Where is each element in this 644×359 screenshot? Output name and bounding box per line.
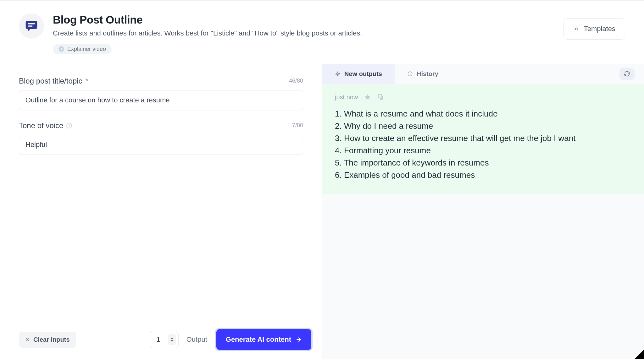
resize-corner xyxy=(635,350,644,359)
svg-rect-2 xyxy=(28,25,33,27)
output-timestamp: just now xyxy=(335,94,358,101)
tab-new-outputs-label: New outputs xyxy=(344,70,382,78)
page-header: Blog Post Outline Create lists and outli… xyxy=(0,1,644,64)
svg-rect-0 xyxy=(26,21,37,29)
templates-label: Templates xyxy=(584,25,615,33)
outline-item: 3. How to create an effective resume tha… xyxy=(335,132,631,144)
templates-button[interactable]: Templates xyxy=(564,18,625,40)
generate-button[interactable]: Generate AI content xyxy=(215,328,313,351)
title-field-label: Blog post title/topic * xyxy=(19,77,88,85)
chevron-double-left-icon xyxy=(573,26,580,32)
output-count-value: 1 xyxy=(156,335,160,344)
generate-label: Generate AI content xyxy=(226,335,291,344)
chevron-up-icon xyxy=(170,338,174,339)
arrow-right-icon xyxy=(296,336,302,343)
outline-item: 2. Why do I need a resume xyxy=(335,120,631,132)
chevron-down-icon xyxy=(170,340,174,342)
page-title: Blog Post Outline xyxy=(53,14,362,26)
outline-item: 4. Formatting your resume xyxy=(335,144,631,157)
refresh-icon xyxy=(624,71,630,77)
svg-marker-6 xyxy=(336,72,340,76)
clear-label: Clear inputs xyxy=(33,336,70,343)
output-tabs: New outputs History xyxy=(322,64,644,84)
outline-item: 5. The importance of keywords in resumes xyxy=(335,157,631,169)
clear-inputs-button[interactable]: Clear inputs xyxy=(19,332,76,348)
stepper-control[interactable] xyxy=(168,334,176,345)
refresh-button[interactable] xyxy=(619,68,635,80)
title-char-counter: 46/80 xyxy=(289,78,303,84)
copy-button[interactable] xyxy=(377,94,384,101)
output-count-stepper[interactable]: 1 xyxy=(150,331,178,348)
input-panel: Blog post title/topic * 46/80 Tone of vo… xyxy=(0,64,322,359)
explainer-label: Explainer video xyxy=(67,46,106,52)
title-input[interactable] xyxy=(19,90,303,110)
outline-item: 6. Examples of good and bad resumes xyxy=(335,169,631,181)
info-icon[interactable]: i xyxy=(66,123,72,128)
outline-list: 1. What is a resume and what does it inc… xyxy=(335,108,631,181)
output-card: just now 1. What is a resume an xyxy=(322,84,644,194)
required-indicator: * xyxy=(85,77,88,85)
explainer-video-button[interactable]: Explainer video xyxy=(53,44,112,54)
form-footer: Clear inputs 1 Output Generate AI conten… xyxy=(0,320,322,359)
tab-history[interactable]: History xyxy=(395,64,451,84)
star-icon xyxy=(364,94,371,101)
page-subtitle: Create lists and outlines for articles. … xyxy=(53,29,362,38)
tab-new-outputs[interactable]: New outputs xyxy=(322,64,395,84)
favorite-button[interactable] xyxy=(364,94,371,101)
copy-icon xyxy=(377,94,384,101)
output-label: Output xyxy=(186,335,207,344)
tone-field-label: Tone of voice i xyxy=(19,121,72,130)
tab-history-label: History xyxy=(417,70,438,78)
template-icon xyxy=(19,14,44,39)
clock-icon xyxy=(407,71,413,77)
close-icon xyxy=(25,337,30,342)
output-panel: New outputs History xyxy=(322,64,644,359)
svg-rect-1 xyxy=(28,23,35,24)
tone-input[interactable] xyxy=(19,135,303,155)
svg-marker-8 xyxy=(365,94,370,100)
svg-rect-10 xyxy=(379,95,382,98)
play-icon xyxy=(58,46,64,52)
bolt-icon xyxy=(335,71,341,77)
tone-char-counter: 7/80 xyxy=(292,122,303,129)
outline-item: 1. What is a resume and what does it inc… xyxy=(335,108,631,120)
